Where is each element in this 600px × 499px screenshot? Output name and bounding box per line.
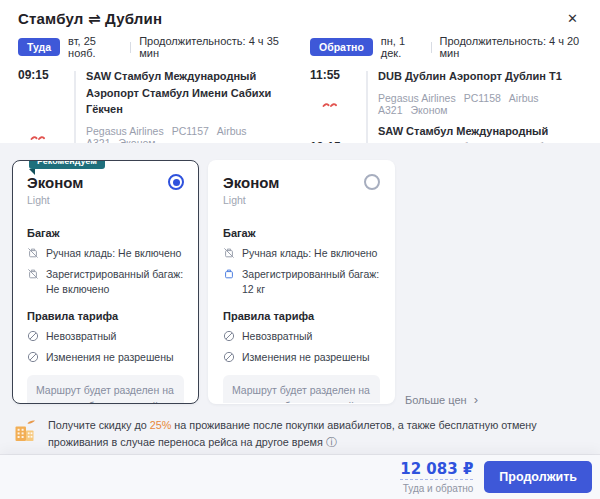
fare-radio-unselected[interactable] [364,174,380,190]
divider [431,42,432,53]
baggage-text: Зарегистрированный багаж: 12 кг [242,267,380,297]
checked-baggage-icon [223,268,235,280]
baggage-text: Зарегистрированный багаж: Не включено [46,267,184,297]
divider [130,42,131,53]
fare-name: Эконом [223,174,279,191]
baggage-section-title: Багаж [223,227,380,239]
rule-item: Изменения не разрешены [27,350,184,365]
return-depart-time: 11:55 [310,68,356,85]
prohibited-icon [27,330,39,342]
rules-section-title: Правила тарифа [27,310,184,322]
rule-item: Изменения не разрешены [223,350,380,365]
info-icon[interactable]: ⓘ [326,436,337,448]
return-duration: Продолжительность: 4 ч 20 мин [440,35,582,59]
rules-section-title: Правила тарифа [223,310,380,322]
fare-subtitle: Light [223,194,279,206]
total-price-caption: Туда и обратно [400,483,473,494]
fare-card-alternative[interactable]: Эконом Light Багаж Ручная кладь: Не вклю… [208,160,395,404]
outbound-duration: Продолжительность: 4 ч 35 мин [139,35,290,59]
fare-radio-selected[interactable] [168,174,184,190]
fare-subtitle: Light [27,194,83,206]
baggage-section-title: Багаж [27,227,184,239]
flight-number: PC1157 [172,125,209,137]
rule-text: Невозвратный [46,329,116,344]
more-prices-link[interactable]: Больше цен › [405,392,478,407]
flight-number: PC1158 [464,92,501,104]
continue-button[interactable]: Продолжить [484,461,592,493]
cabin-class: Эконом [411,104,448,116]
prohibited-icon [223,330,235,342]
page-title: Стамбул ⇌ Дублин [18,10,162,28]
flight-details-modal: Стамбул ⇌ Дублин ✕ Туда вт, 25 нояб. Про… [0,0,600,499]
checked-baggage-crossed-icon [27,268,39,280]
fare-name: Эконом [27,174,83,191]
carry-on-crossed-icon [223,247,235,259]
return-date: пн, 1 дек. [381,35,423,59]
flight-summary-header: Стамбул ⇌ Дублин ✕ Туда вт, 25 нояб. Про… [0,0,600,143]
baggage-text: Ручная кладь: Не включено [46,246,181,261]
baggage-item: Ручная кладь: Не включено [223,246,380,261]
outbound-depart-time: 09:15 [18,68,64,118]
airline-logo-icon [310,95,356,113]
return-carrier-info: Pegasus AirlinesPC1158Airbus A321Эконом [356,92,582,116]
carrier-name: Pegasus Airlines [86,125,164,137]
baggage-text: Ручная кладь: Не включено [242,246,377,261]
prohibited-icon [223,351,235,363]
split-booking-notice: Маршрут будет разделен на несколько брон… [223,375,380,404]
promo-text: Получите скидку до 25% на проживание пос… [48,417,586,452]
rule-text: Невозвратный [242,329,312,344]
fare-card-recommended[interactable]: Рекомендуем Эконом Light Багаж Ручная кл… [12,160,199,404]
carrier-name: Pegasus Airlines [378,92,456,104]
more-prices-label: Больше цен [405,394,467,406]
return-badge: Обратно [310,38,373,56]
split-booking-notice: Маршрут будет разделен на несколько брон… [27,375,184,404]
rule-text: Изменения не разрешены [46,350,174,365]
total-price[interactable]: 12 083 ₽ [400,460,473,480]
hotel-building-icon [12,417,38,444]
hotel-discount-promo: Получите скидку до 25% на проживание пос… [0,404,600,452]
promo-text-before: Получите скидку до [48,419,150,431]
prohibited-icon [27,351,39,363]
carry-on-crossed-icon [27,247,39,259]
promo-discount-value: 25% [150,419,172,431]
close-icon[interactable]: ✕ [563,10,582,27]
fare-selection-section: Рекомендуем Эконом Light Багаж Ручная кл… [0,143,600,499]
baggage-item: Зарегистрированный багаж: Не включено [27,267,184,297]
outbound-badge: Туда [18,38,60,56]
outbound-depart-airport: SAW Стамбул Международный Аэропорт Стамб… [64,68,290,118]
outbound-date: вт, 25 нояб. [68,35,122,59]
baggage-item: Ручная кладь: Не включено [27,246,184,261]
baggage-item: Зарегистрированный багаж: 12 кг [223,267,380,297]
return-depart-airport: DUB Дублин Аэропорт Дублин T1 [356,68,582,85]
rule-item: Невозвратный [27,329,184,344]
recommended-badge: Рекомендуем [29,160,105,169]
chevron-right-icon: › [474,392,478,407]
rule-item: Невозвратный [223,329,380,344]
rule-text: Изменения не разрешены [242,350,370,365]
checkout-footer: 12 083 ₽ Туда и обратно Продолжить [0,455,600,499]
